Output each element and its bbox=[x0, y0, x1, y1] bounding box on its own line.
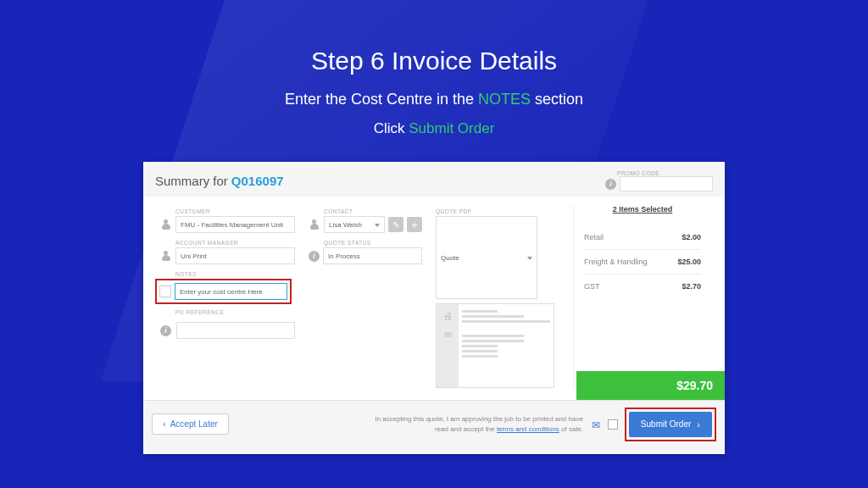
slide-subtitle: Enter the Cost Centre in the NOTES secti… bbox=[0, 91, 868, 108]
add-icon[interactable]: + bbox=[407, 217, 422, 232]
quote-pdf-label: QUOTE PDF bbox=[436, 208, 566, 214]
print-icon[interactable]: 🖨 bbox=[441, 311, 454, 323]
chevron-right-icon: › bbox=[697, 419, 700, 430]
submit-order-button[interactable]: Submit Order › bbox=[629, 412, 712, 437]
costs-column: 2 Items Selected Retail$2.00 Freight & H… bbox=[573, 205, 711, 388]
total-bar: $29.70 bbox=[576, 371, 725, 400]
edit-icon[interactable]: ✎ bbox=[388, 217, 403, 232]
info-icon: i bbox=[160, 325, 171, 336]
po-reference-label: PO REFERENCE bbox=[175, 309, 295, 315]
notes-label: NOTES bbox=[175, 271, 295, 277]
summary-label: Summary for bbox=[155, 174, 228, 188]
terms-link[interactable]: terms and conditions bbox=[497, 425, 559, 433]
chevron-left-icon: ‹ bbox=[163, 419, 166, 429]
promo-code-label: PROMO CODE bbox=[617, 170, 659, 176]
invoice-app: Summary for Q016097 PROMO CODE i CUSTOME… bbox=[143, 162, 725, 454]
customer-column: CUSTOMER FMU - Facilities Management Uni… bbox=[153, 205, 302, 388]
accept-later-button[interactable]: ‹ Accept Later bbox=[152, 413, 229, 435]
contact-column: CONTACT Lisa Welsh ✎ + QUOTE STATUS i In… bbox=[302, 205, 429, 388]
footer-bar: ‹ Accept Later In accepting this quote, … bbox=[143, 400, 725, 447]
quote-status-label: QUOTE STATUS bbox=[324, 240, 422, 246]
submit-highlight: Submit Order › bbox=[625, 408, 716, 441]
disclaimer-text: In accepting this quote, I am approving … bbox=[363, 414, 583, 433]
cost-row-gst: GST$2.70 bbox=[584, 274, 701, 298]
mail-icon[interactable]: ✉ bbox=[441, 330, 454, 341]
quote-pdf-select[interactable]: Quote bbox=[436, 216, 537, 299]
envelope-icon: ✉ bbox=[592, 419, 605, 430]
items-selected-link[interactable]: 2 Items Selected bbox=[584, 205, 701, 214]
cost-row-freight: Freight & Handling$25.00 bbox=[584, 250, 701, 274]
pdf-preview: 🖨 ✉ bbox=[436, 303, 554, 388]
notes-highlight: Enter your cost centre Here bbox=[155, 279, 292, 304]
info-icon: i bbox=[605, 179, 616, 190]
account-manager-label: ACCOUNT MANAGER bbox=[175, 240, 295, 246]
person-icon bbox=[309, 219, 320, 230]
slide-title: Step 6 Invoice Details bbox=[0, 47, 868, 75]
contact-select[interactable]: Lisa Welsh bbox=[324, 216, 385, 233]
notes-input[interactable]: Enter your cost centre Here bbox=[175, 283, 287, 300]
email-checkbox[interactable] bbox=[608, 419, 618, 430]
contact-label: CONTACT bbox=[324, 208, 422, 214]
quote-id: Q016097 bbox=[231, 174, 284, 188]
quote-pdf-column: QUOTE PDF Quote 🖨 ✉ bbox=[429, 205, 573, 388]
quote-status-value: In Process bbox=[323, 247, 422, 264]
email-option: ✉ bbox=[592, 419, 618, 430]
account-manager-input[interactable]: Uni Print bbox=[175, 247, 295, 264]
summary-header: Summary for Q016097 PROMO CODE i bbox=[143, 162, 725, 197]
promo-code-input[interactable] bbox=[620, 176, 713, 191]
customer-input[interactable]: FMU - Facilities Management Unit bbox=[175, 216, 295, 233]
cost-row-retail: Retail$2.00 bbox=[584, 225, 701, 250]
person-icon bbox=[160, 219, 172, 230]
po-reference-input[interactable] bbox=[176, 322, 295, 339]
person-icon bbox=[160, 250, 172, 262]
customer-label: CUSTOMER bbox=[175, 208, 295, 214]
notes-toggle[interactable] bbox=[159, 286, 171, 297]
slide-instruction: Click Submit Order bbox=[0, 120, 868, 137]
info-icon: i bbox=[309, 251, 320, 262]
